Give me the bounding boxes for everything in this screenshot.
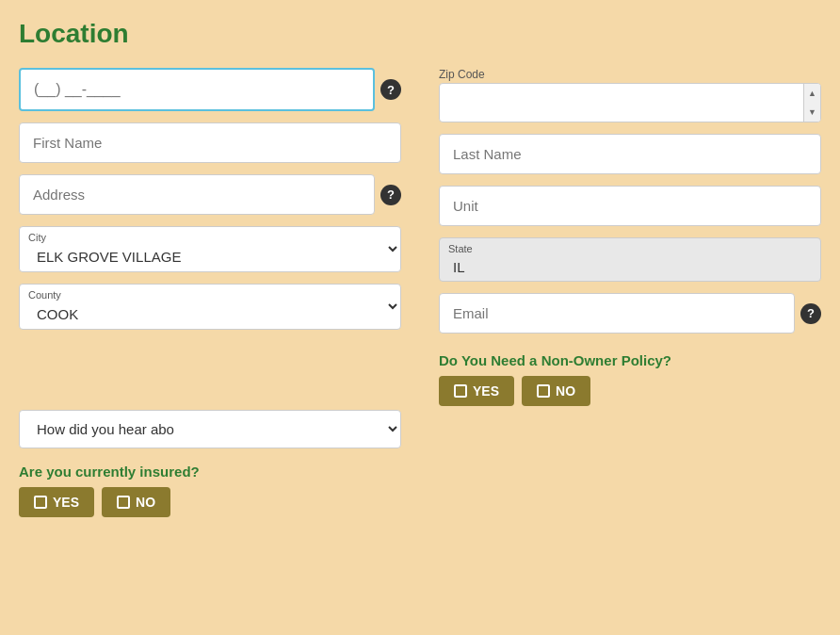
hear-about-select[interactable]: How did you hear abo	[19, 410, 401, 448]
non-owner-no-button[interactable]: NO	[522, 376, 590, 406]
zip-input-wrap: 60009 ▲ ▼	[439, 83, 821, 122]
address-row: ?	[19, 174, 401, 215]
zip-spinners: ▲ ▼	[803, 84, 820, 122]
insured-yes-checkbox	[34, 496, 47, 509]
phone-row: ?	[19, 68, 401, 111]
insured-yes-button[interactable]: YES	[19, 487, 94, 517]
firstname-row	[19, 122, 401, 163]
insured-no-checkbox	[117, 496, 130, 509]
unit-row	[439, 186, 821, 226]
non-owner-yes-checkbox	[454, 384, 467, 398]
insured-section: Are you currently insured? YES NO	[19, 464, 401, 517]
email-input[interactable]	[439, 293, 795, 334]
hear-about-row: How did you hear abo	[19, 410, 401, 448]
zip-label: Zip Code	[439, 68, 821, 81]
email-row: ?	[439, 293, 821, 334]
address-help-icon[interactable]: ?	[380, 185, 401, 205]
non-owner-no-checkbox	[537, 384, 550, 398]
non-owner-section: Do You Need a Non-Owner Policy? YES NO	[439, 352, 821, 406]
state-value: IL	[439, 237, 821, 282]
county-field: County COOK	[19, 284, 401, 330]
non-owner-no-label: NO	[556, 383, 575, 399]
zip-field: Zip Code 60009 ▲ ▼	[439, 68, 821, 122]
zip-increment[interactable]: ▲	[804, 84, 820, 103]
unit-input[interactable]	[439, 186, 821, 226]
zip-input[interactable]: 60009	[440, 86, 803, 121]
firstname-input[interactable]	[19, 122, 401, 163]
email-help-icon[interactable]: ?	[800, 303, 821, 324]
insured-no-button[interactable]: NO	[102, 487, 170, 517]
county-select[interactable]: COOK	[19, 284, 401, 330]
insured-yes-no-group: YES NO	[19, 487, 401, 517]
page-title: Location	[19, 19, 821, 49]
insured-label: Are you currently insured?	[19, 464, 401, 480]
phone-input[interactable]	[19, 68, 375, 111]
city-select[interactable]: ELK GROVE VILLAGE	[19, 226, 401, 272]
bottom-right-spacer	[439, 410, 821, 517]
non-owner-yes-no-group: YES NO	[439, 376, 821, 406]
non-owner-yes-label: YES	[473, 383, 499, 399]
zip-decrement[interactable]: ▼	[804, 103, 820, 122]
insured-no-label: NO	[136, 495, 155, 510]
lastname-row	[439, 134, 821, 174]
lastname-input[interactable]	[439, 134, 821, 174]
non-owner-yes-button[interactable]: YES	[439, 376, 514, 406]
city-field: City ELK GROVE VILLAGE	[19, 226, 401, 272]
phone-help-icon[interactable]: ?	[380, 79, 401, 100]
state-field: State IL	[439, 237, 821, 282]
insured-yes-label: YES	[53, 495, 79, 510]
address-input[interactable]	[19, 174, 375, 215]
non-owner-label: Do You Need a Non-Owner Policy?	[439, 352, 821, 368]
hear-about-section: How did you hear abo Are you currently i…	[19, 410, 401, 517]
